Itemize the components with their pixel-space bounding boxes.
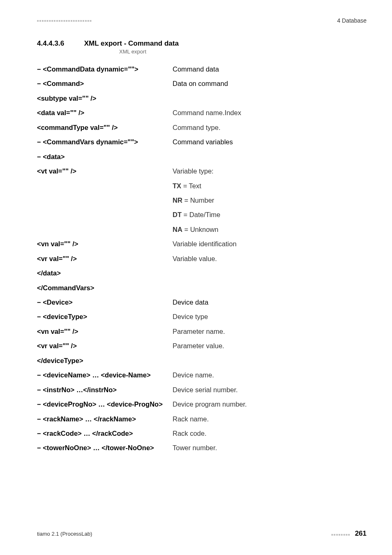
footer-dots: ■■■■■■■■ [331,533,350,536]
section-number: 4.4.4.3.6 [37,39,82,48]
definition-row: − <rackName> … </rackName>Rack name. [37,412,367,426]
term: − <deviceType> [37,312,173,321]
definition-row: </data> [37,266,367,280]
term: − <deviceProgNo> … <device-ProgNo> [37,400,173,409]
term: − <CommandVars dynamic=""> [37,138,173,146]
description: TX = Text [173,182,367,190]
term: <subtype val="" /> [37,94,173,103]
term: − <data> [37,153,173,161]
term: </deviceType> [37,356,173,365]
definition-row: <data val="" />Command name.Index [37,106,367,120]
definition-row: DT = Date/Time [37,208,367,222]
term: <vn val="" /> [37,240,173,248]
definition-row: − <deviceName> … <device-Name>Device nam… [37,368,367,382]
term: </data> [37,269,173,278]
description: NR = Number [173,196,367,205]
term: <data val="" /> [37,109,173,117]
definition-row: − <deviceProgNo> … <device-ProgNo>Device… [37,397,367,412]
term: − <instrNo> …</instrNo> [37,386,173,394]
definition-row: </CommandVars> [37,281,367,295]
description: Data on command [173,79,367,88]
definition-row: </deviceType> [37,354,367,368]
description: Command data [173,65,367,74]
header-dots: ■■■■■■■■■■■■■■■■■■■■■■■ [37,19,92,23]
description: Variable identification [173,240,367,248]
description: DT = Date/Time [173,210,367,219]
definition-row: <commandType val="" />Command type. [37,120,367,135]
term: − <rackName> … </rackName> [37,415,173,423]
description: Tower number. [173,444,367,452]
definition-row: − <towerNoOne> … </tower-NoOne>Tower num… [37,441,367,455]
definition-row: <vn val="" />Variable identification [37,237,367,251]
definition-row: <subtype val="" /> [37,91,367,106]
section-caption: XML export [119,49,367,55]
definition-row: − <CommandData dynamic="">Command data [37,62,367,76]
term: <vr val="" /> [37,342,173,350]
description: Parameter value. [173,342,367,350]
term: <commandType val="" /> [37,123,173,132]
page-number: 261 [355,530,367,537]
definition-row: <vr val="" />Variable value. [37,252,367,266]
description: Device name. [173,371,367,379]
description: NA = Unknown [173,225,367,234]
page-footer: tiamo 2.1 (ProcessLab) ■■■■■■■■ 261 [37,530,367,538]
definition-row: − <data> [37,150,367,164]
definition-row: − <deviceType>Device type [37,310,367,324]
description: Variable value. [173,254,367,263]
description: Rack name. [173,415,367,423]
description: Device type [173,312,367,321]
header-chapter: 4 Database [337,17,367,24]
definition-row: − <Device>Device data [37,295,367,310]
definition-row: − <CommandVars dynamic="">Command variab… [37,135,367,149]
section-heading: 4.4.4.3.6 XML export - Command data [37,39,367,48]
description: Device program number. [173,400,367,409]
definition-row: <vt val="" />Variable type: [37,164,367,178]
term: − <CommandData dynamic=""> [37,65,173,74]
description: Variable type: [173,167,367,176]
term: <vr val="" /> [37,254,173,263]
description: Parameter name. [173,327,367,336]
description: Device serial number. [173,386,367,394]
definition-row: − <instrNo> …</instrNo>Device serial num… [37,383,367,397]
section-title-text: XML export - Command data [84,39,179,47]
definition-row: <vn val="" />Parameter name. [37,324,367,339]
term: </CommandVars> [37,284,173,292]
definition-row: <vr val="" />Parameter value. [37,339,367,353]
term: − <towerNoOne> … </tower-NoOne> [37,444,173,452]
definition-row: − <rackCode> … </rackCode>Rack code. [37,426,367,441]
description: Command type. [173,123,367,132]
description: Command name.Index [173,109,367,117]
footer-page: ■■■■■■■■ 261 [331,530,367,538]
footer-product: tiamo 2.1 (ProcessLab) [37,531,92,537]
term: − <deviceName> … <device-Name> [37,371,173,379]
term: − <Device> [37,298,173,307]
description: Device data [173,298,367,307]
definition-row: NA = Unknown [37,222,367,237]
term: <vn val="" /> [37,327,173,336]
page-header: ■■■■■■■■■■■■■■■■■■■■■■■ 4 Database [37,17,367,24]
description: Command variables [173,138,367,146]
definition-list: − <CommandData dynamic="">Command data− … [37,62,367,456]
description: Rack code. [173,429,367,438]
definition-row: − <Command>Data on command [37,76,367,91]
definition-row: NR = Number [37,193,367,208]
term: − <rackCode> … </rackCode> [37,429,173,438]
term: <vt val="" /> [37,167,173,176]
definition-row: TX = Text [37,179,367,193]
term: − <Command> [37,79,173,88]
